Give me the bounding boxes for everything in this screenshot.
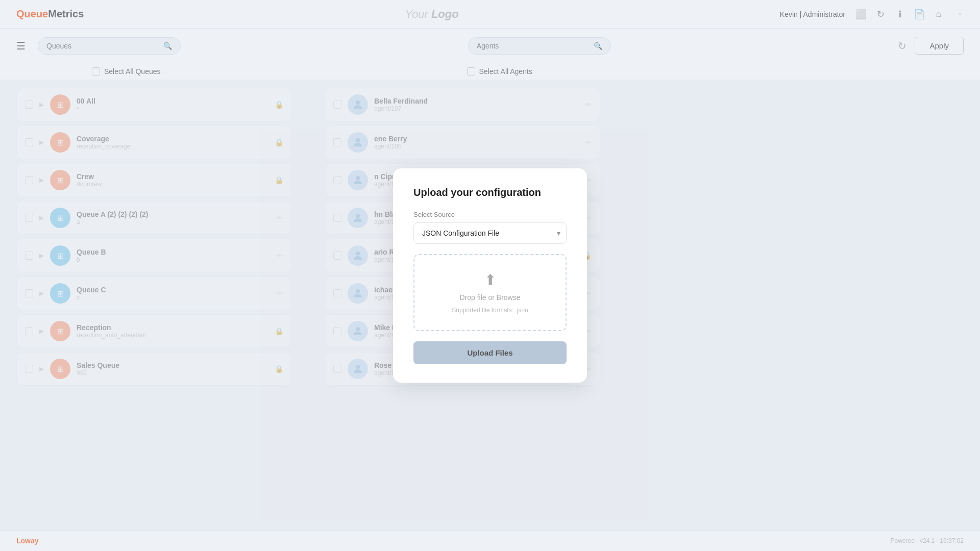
select-source-label: Select Source [413,211,567,218]
upload-files-button[interactable]: Upload Files [413,341,567,364]
drop-formats: Supported file formats: .json [452,307,528,314]
drop-zone[interactable]: ⬆ Drop file or Browse Supported file for… [413,254,567,331]
upload-modal: Upload your configuration Select Source … [393,168,587,383]
select-source-dropdown[interactable]: JSON Configuration File [413,222,567,244]
drop-text: Drop file or Browse [459,293,520,302]
select-source-wrapper: JSON Configuration File ▾ [413,222,567,244]
upload-icon: ⬆ [484,271,496,288]
modal-title: Upload your configuration [413,187,567,198]
modal-overlay: Upload your configuration Select Source … [0,0,980,551]
